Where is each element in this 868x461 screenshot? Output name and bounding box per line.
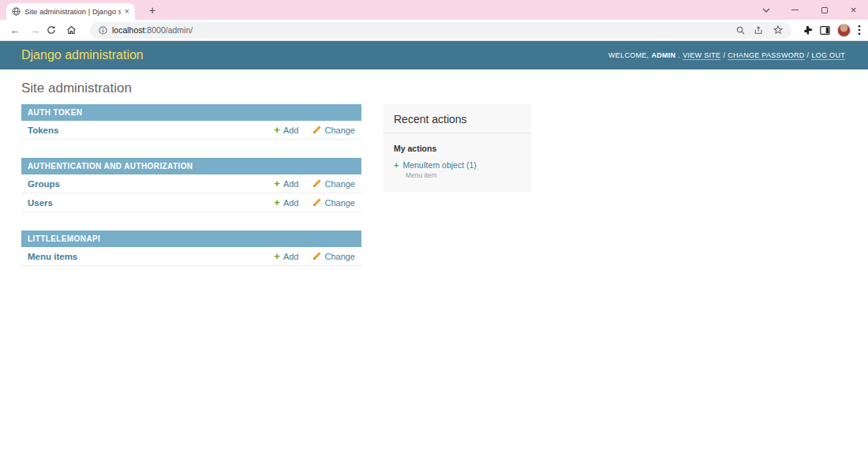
url-host: localhost bbox=[112, 25, 144, 35]
address-bar[interactable]: localhost:8000/admin/ bbox=[90, 22, 791, 39]
row-actions: +Add Change bbox=[274, 125, 355, 135]
tab-close-icon[interactable]: × bbox=[125, 7, 129, 16]
pencil-icon bbox=[312, 198, 321, 207]
model-row-menu-items: Menu items +Add Change bbox=[21, 247, 361, 266]
add-link[interactable]: +Add bbox=[274, 197, 298, 208]
add-plus-icon: + bbox=[274, 251, 280, 261]
recent-action-entry: + MenuItem object (1) Menu item bbox=[383, 158, 531, 184]
row-actions: +Add Change bbox=[274, 197, 355, 208]
model-row-users: Users +Add Change bbox=[21, 193, 361, 212]
app-module-littlelemonapi: LITTLELEMONAPI Menu items +Add Change bbox=[21, 230, 361, 266]
recent-actions-module: Recent actions My actions + MenuItem obj… bbox=[383, 104, 531, 192]
log-out-link[interactable]: LOG OUT bbox=[811, 51, 845, 60]
separator: / bbox=[723, 51, 725, 59]
kebab-menu-icon[interactable] bbox=[858, 24, 861, 36]
change-label: Change bbox=[324, 126, 355, 135]
close-button[interactable]: × bbox=[839, 0, 868, 20]
app-module-authtoken: AUTH TOKEN Tokens +Add Change bbox=[21, 104, 361, 140]
app-caption[interactable]: AUTH TOKEN bbox=[21, 104, 361, 121]
new-tab-button[interactable]: + bbox=[144, 2, 161, 19]
share-icon[interactable] bbox=[754, 26, 764, 35]
change-label: Change bbox=[324, 198, 355, 208]
extensions-puzzle-icon[interactable] bbox=[803, 25, 813, 36]
browser-tab-strip: Site administration | Django site a × + … bbox=[0, 0, 868, 20]
change-label: Change bbox=[324, 252, 355, 261]
add-plus-icon: + bbox=[274, 197, 280, 208]
reload-icon[interactable] bbox=[47, 25, 62, 35]
forward-icon[interactable]: → bbox=[27, 25, 43, 36]
page-title: Site administration bbox=[21, 81, 361, 96]
django-admin-header: Django administration WELCOME, ADMIN. VI… bbox=[0, 41, 868, 69]
globe-favicon-icon bbox=[12, 7, 21, 16]
app-caption[interactable]: AUTHENTICATION AND AUTHORIZATION bbox=[21, 158, 361, 174]
site-info-icon[interactable] bbox=[99, 26, 107, 35]
welcome-period: . bbox=[678, 51, 680, 59]
add-plus-icon: + bbox=[274, 125, 280, 135]
addlink-plus-icon: + bbox=[394, 161, 398, 170]
welcome-text: WELCOME, bbox=[608, 51, 649, 59]
user-tools: WELCOME, ADMIN. VIEW SITE / CHANGE PASSW… bbox=[608, 51, 845, 60]
my-actions-heading: My actions bbox=[383, 133, 531, 158]
browser-toolbar: ← → localhost:8000/admin/ bbox=[0, 20, 868, 41]
change-link[interactable]: Change bbox=[312, 252, 355, 261]
change-label: Change bbox=[324, 179, 355, 189]
model-link-menu-items[interactable]: Menu items bbox=[28, 252, 77, 261]
recent-actions-title: Recent actions bbox=[383, 104, 531, 133]
search-icon[interactable] bbox=[736, 26, 745, 35]
pencil-icon bbox=[312, 179, 321, 188]
add-label: Add bbox=[283, 126, 299, 135]
window-controls: × bbox=[751, 0, 868, 20]
separator: / bbox=[807, 51, 810, 59]
view-site-link[interactable]: VIEW SITE bbox=[683, 51, 720, 60]
app-list-column: Site administration AUTH TOKEN Tokens +A… bbox=[21, 81, 361, 284]
add-link[interactable]: +Add bbox=[274, 125, 298, 135]
row-actions: +Add Change bbox=[274, 178, 355, 189]
model-row-tokens: Tokens +Add Change bbox=[21, 121, 361, 140]
site-branding[interactable]: Django administration bbox=[21, 48, 144, 62]
home-icon[interactable] bbox=[66, 25, 82, 35]
change-link[interactable]: Change bbox=[312, 179, 355, 189]
add-plus-icon: + bbox=[274, 178, 280, 189]
change-password-link[interactable]: CHANGE PASSWORD bbox=[728, 51, 804, 60]
change-link[interactable]: Change bbox=[312, 126, 355, 135]
add-link[interactable]: +Add bbox=[274, 251, 298, 261]
back-icon[interactable]: ← bbox=[7, 25, 23, 36]
change-link[interactable]: Change bbox=[312, 198, 355, 208]
url-text: localhost:8000/admin/ bbox=[112, 25, 193, 35]
model-link-groups[interactable]: Groups bbox=[28, 179, 60, 189]
model-link-users[interactable]: Users bbox=[28, 198, 53, 208]
recent-action-link[interactable]: MenuItem object (1) bbox=[402, 160, 476, 170]
pencil-icon bbox=[312, 252, 321, 260]
add-label: Add bbox=[283, 198, 299, 208]
tab-search-chevron-icon[interactable] bbox=[751, 0, 780, 20]
side-panel-icon[interactable] bbox=[820, 25, 830, 36]
add-label: Add bbox=[283, 252, 299, 261]
maximize-button[interactable] bbox=[810, 0, 839, 20]
app-module-auth: AUTHENTICATION AND AUTHORIZATION Groups … bbox=[21, 158, 361, 212]
model-link-tokens[interactable]: Tokens bbox=[28, 126, 58, 135]
minimize-button[interactable] bbox=[780, 0, 810, 20]
bookmark-star-icon[interactable] bbox=[773, 25, 783, 35]
browser-tab[interactable]: Site administration | Django site a × bbox=[6, 3, 135, 20]
content-area: Site administration AUTH TOKEN Tokens +A… bbox=[0, 69, 868, 295]
model-row-groups: Groups +Add Change bbox=[21, 174, 361, 193]
add-label: Add bbox=[283, 179, 299, 189]
row-actions: +Add Change bbox=[274, 251, 355, 261]
browser-window: Site administration | Django site a × + … bbox=[0, 0, 868, 461]
username: ADMIN bbox=[651, 51, 675, 59]
recent-action-type: Menu item bbox=[406, 171, 521, 179]
tab-title: Site administration | Django site a bbox=[24, 7, 121, 16]
toolbar-right bbox=[803, 24, 861, 37]
pencil-icon bbox=[312, 126, 321, 134]
url-path: :8000/admin/ bbox=[144, 25, 193, 35]
app-caption[interactable]: LITTLELEMONAPI bbox=[21, 230, 361, 247]
profile-avatar[interactable] bbox=[837, 24, 851, 37]
omnibox-actions bbox=[736, 25, 783, 35]
add-link[interactable]: +Add bbox=[274, 178, 298, 189]
